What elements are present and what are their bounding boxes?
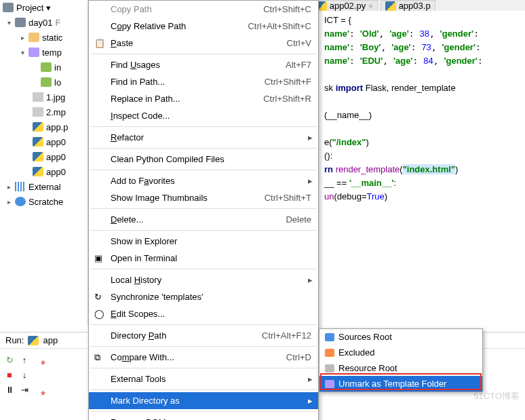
menu-copy-path[interactable]: Copy PathCtrl+Shift+C [89, 1, 318, 18]
shortcut: Ctrl+D [286, 352, 311, 362]
menu-label: Find Usages [111, 60, 160, 70]
separator [90, 208, 317, 209]
tree-item-jpg[interactable]: 1.jpg [0, 90, 88, 104]
menu-label: Replace in Path... [111, 94, 180, 104]
submenu-resource-root[interactable]: Resource Root [319, 360, 482, 376]
tree-item-app0c[interactable]: app0 [0, 164, 88, 179]
chevron-right-icon: ▸ [308, 396, 313, 406]
pause-button[interactable]: ⏸ [3, 383, 16, 396]
chevron-right-icon: ▸ [308, 374, 313, 384]
menu-paste[interactable]: 📋PasteCtrl+V [89, 35, 318, 52]
shortcut: Ctrl+Shift+T [265, 193, 311, 203]
menu-remove-bom[interactable]: Remove BOM [89, 414, 318, 420]
menu-label: External Tools [111, 374, 166, 384]
menu-label: Edit Scopes... [111, 309, 165, 319]
menu-compare-with[interactable]: ⧉Compare With...Ctrl+D [89, 349, 318, 366]
menu-show-explorer[interactable]: Show in Explorer [89, 233, 318, 250]
up-button[interactable]: ↑ [18, 353, 31, 366]
menu-inspect-code[interactable]: Inspect Code... [89, 107, 318, 124]
run-label: Run: [5, 335, 24, 345]
menu-external-tools[interactable]: External Tools▸ [89, 370, 318, 387]
menu-refactor[interactable]: Refactor▸ [89, 129, 318, 146]
tab-app03[interactable]: app03.p [381, 0, 435, 11]
chevron-right-icon: ▸ [5, 198, 12, 206]
tree-item-app[interactable]: app.p [0, 119, 88, 134]
menu-label: Copy Relative Path [111, 21, 186, 31]
menu-open-terminal[interactable]: ▣Open in Terminal [89, 250, 318, 267]
submenu-excluded[interactable]: Excluded [319, 345, 482, 360]
wrap-button[interactable]: ⇥ [18, 383, 31, 396]
menu-label: Open in Terminal [111, 253, 177, 263]
down-button[interactable]: ↓ [18, 368, 31, 381]
separator [90, 126, 317, 127]
menu-label: Delete... [111, 214, 143, 225]
tree-item-lo[interactable]: lo [0, 75, 88, 90]
compare-icon: ⧉ [94, 352, 105, 363]
menu-directory-path[interactable]: Directory PathCtrl+Alt+F12 [89, 327, 318, 344]
tree-label: app0 [46, 137, 66, 147]
submenu-label: Sources Root [338, 332, 392, 342]
tree-item-app0b[interactable]: app0 [0, 149, 88, 164]
code-editor[interactable]: ICT = { name': 'Old', 'age': 38, 'gender… [319, 11, 525, 325]
menu-show-thumbnails[interactable]: Show Image ThumbnailsCtrl+Shift+T [89, 189, 318, 206]
html-icon [41, 77, 52, 87]
tree-item-scratches[interactable]: ▸Scratche [0, 194, 88, 209]
shortcut: Ctrl+Shift+F [265, 77, 311, 87]
folder-blue-icon [325, 333, 334, 341]
menu-mark-directory-as[interactable]: Mark Directory as▸ [89, 392, 318, 409]
menu-delete[interactable]: Delete...Delete [89, 211, 318, 228]
rerun-button[interactable]: ↻ [3, 353, 16, 366]
menu-find-in-path[interactable]: Find in Path...Ctrl+Shift+F [89, 73, 318, 90]
folder-icon [15, 18, 26, 27]
tree-item-day01[interactable]: ▾day01 F [0, 15, 88, 30]
menu-edit-scopes[interactable]: ◯Edit Scopes... [89, 305, 318, 322]
separator [90, 230, 317, 231]
tree-item-in[interactable]: in [0, 60, 88, 75]
menu-local-history[interactable]: Local History▸ [89, 271, 318, 288]
stop-button[interactable]: ■ [3, 368, 16, 381]
folder-grey-icon [325, 364, 334, 373]
submenu-sources-root[interactable]: Sources Root [319, 329, 482, 345]
python-icon [33, 167, 43, 176]
separator [90, 389, 317, 390]
menu-copy-relative-path[interactable]: Copy Relative PathCtrl+Alt+Shift+C [89, 18, 318, 35]
close-icon[interactable]: × [368, 2, 372, 10]
separator [90, 170, 317, 170]
menu-add-favorites[interactable]: Add to Favorites▸ [89, 172, 318, 189]
submenu-unmark-template[interactable]: Unmark as Template Folder [319, 376, 482, 392]
menu-find-usages[interactable]: Find UsagesAlt+F7 [89, 56, 318, 73]
menu-replace-in-path[interactable]: Replace in Path...Ctrl+Shift+R [89, 90, 318, 107]
project-root[interactable]: Project ▾ [0, 0, 88, 15]
tree-item-app0a[interactable]: app0 [0, 134, 88, 149]
folder-icon [28, 33, 39, 42]
python-icon [28, 336, 39, 345]
tree-item-templates[interactable]: ▾temp [0, 45, 88, 60]
project-tree[interactable]: Project ▾ ▾day01 F ▸static ▾temp in lo 1… [0, 0, 88, 325]
folder-orange-icon [325, 349, 334, 357]
menu-label: Remove BOM [111, 417, 166, 420]
shortcut: Ctrl+V [287, 38, 311, 48]
tree-label: in [54, 62, 61, 73]
tree-item-mp4[interactable]: 2.mp [0, 104, 88, 119]
tree-item-static[interactable]: ▸static [0, 30, 88, 45]
menu-label: Add to Favorites [111, 176, 175, 186]
shortcut: Ctrl+Shift+C [263, 4, 311, 14]
folder-icon [28, 47, 39, 57]
submenu-label: Resource Root [338, 363, 397, 373]
menu-label: Paste [111, 38, 133, 48]
tree-item-external[interactable]: ▸External [0, 179, 88, 194]
menu-label: Compare With... [111, 352, 174, 362]
python-icon [33, 137, 43, 147]
shortcut: Ctrl+Alt+F12 [262, 330, 311, 341]
menu-label: Find in Path... [111, 77, 165, 87]
menu-label: Refactor [111, 132, 144, 142]
tree-label: day01 [28, 18, 52, 28]
tree-label: app.p [46, 122, 69, 132]
shortcut: Delete [286, 214, 311, 225]
submenu-label: Unmark as Template Folder [338, 379, 446, 389]
image-icon [33, 92, 43, 102]
menu-synchronize[interactable]: ↻Synchronize 'templates' [89, 288, 318, 305]
tab-app02[interactable]: app02.py× [311, 0, 378, 11]
chevron-right-icon: ▸ [5, 183, 12, 191]
menu-clean-python[interactable]: Clean Python Compiled Files [89, 151, 318, 168]
